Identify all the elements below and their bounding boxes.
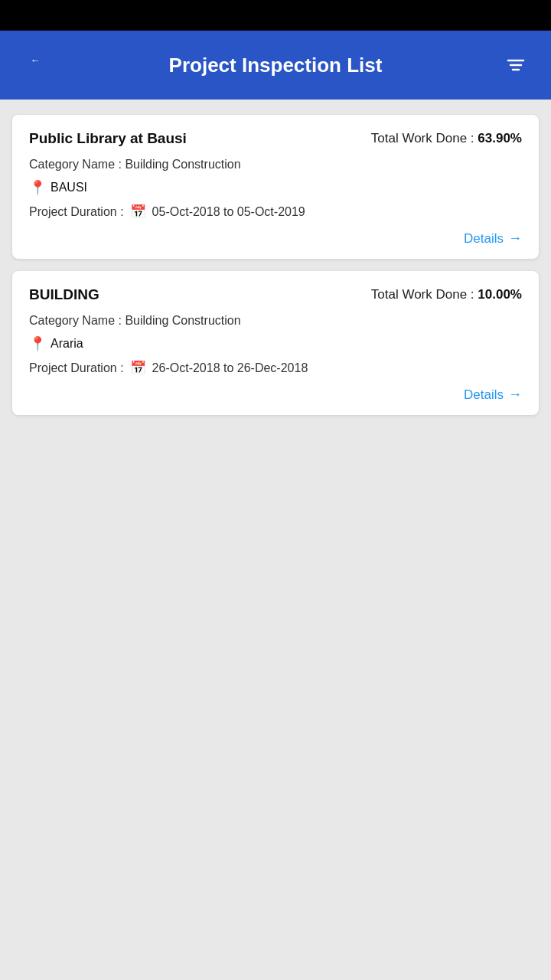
work-done-value: 63.90% <box>478 131 522 145</box>
details-button[interactable]: Details → <box>464 230 522 247</box>
project-title: Public Library at Bausi <box>29 130 187 147</box>
calendar-icon: 📅 <box>130 204 146 220</box>
duration-row: Project Duration : 📅 26-Oct-2018 to 26-D… <box>29 360 522 376</box>
details-button[interactable]: Details → <box>464 387 522 403</box>
duration-label: Project Duration : <box>29 205 124 219</box>
filter-button[interactable] <box>499 48 533 82</box>
calendar-icon: 📅 <box>130 360 146 376</box>
project-card: BUILDING Total Work Done : 10.00% Catego… <box>12 271 539 415</box>
details-arrow-icon: → <box>508 387 522 403</box>
location-icon: 📍 <box>29 179 46 196</box>
card-header: BUILDING Total Work Done : 10.00% <box>29 286 522 303</box>
page-title: Project Inspection List <box>52 54 499 77</box>
work-done-label: Total Work Done : 10.00% <box>371 287 522 302</box>
project-card: Public Library at Bausi Total Work Done … <box>12 115 539 259</box>
duration-value: 05-Oct-2018 to 05-Oct-2019 <box>152 205 305 219</box>
category-label: Category Name : Building Construction <box>29 158 522 172</box>
content-area: Public Library at Bausi Total Work Done … <box>0 100 551 430</box>
details-arrow-icon: → <box>508 230 522 247</box>
location-row: 📍 Araria <box>29 335 522 352</box>
back-button[interactable]: ← <box>18 48 52 82</box>
card-header: Public Library at Bausi Total Work Done … <box>29 130 522 147</box>
category-label: Category Name : Building Construction <box>29 314 522 328</box>
location-value: Araria <box>51 337 83 351</box>
details-row: Details → <box>29 230 522 247</box>
duration-value: 26-Oct-2018 to 26-Dec-2018 <box>152 361 308 375</box>
back-icon: ← <box>24 54 46 76</box>
filter-icon <box>505 54 527 76</box>
status-bar <box>0 0 551 31</box>
work-done-value: 10.00% <box>478 287 522 302</box>
details-row: Details → <box>29 387 522 403</box>
location-value: BAUSI <box>51 181 87 194</box>
location-icon: 📍 <box>29 335 46 352</box>
work-done-label: Total Work Done : 63.90% <box>371 131 522 146</box>
project-title: BUILDING <box>29 286 99 303</box>
duration-label: Project Duration : <box>29 361 124 375</box>
app-header: ← Project Inspection List <box>0 31 551 100</box>
duration-row: Project Duration : 📅 05-Oct-2018 to 05-O… <box>29 204 522 220</box>
location-row: 📍 BAUSI <box>29 179 522 196</box>
